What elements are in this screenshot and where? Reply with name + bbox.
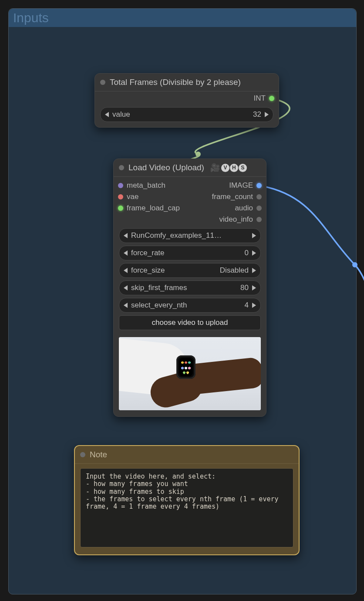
widget-value[interactable]: 80 bbox=[240, 284, 249, 292]
input-label: vae bbox=[127, 192, 138, 201]
chevron-left-icon[interactable] bbox=[124, 250, 128, 256]
port-pin-icon[interactable] bbox=[256, 206, 262, 211]
port-pin-icon[interactable] bbox=[269, 96, 274, 101]
input-label: frame_load_cap bbox=[127, 204, 180, 213]
widget-label: select_every_nth bbox=[131, 301, 187, 310]
node-graph-canvas[interactable]: Inputs Total Frames (Divisible by 2 plea… bbox=[0, 0, 364, 601]
output-label: INT bbox=[254, 94, 266, 103]
input-meta-batch[interactable]: meta_batch bbox=[118, 181, 180, 190]
widget-label: force_rate bbox=[131, 249, 165, 257]
output-label: video_info bbox=[219, 215, 253, 224]
port-pin-icon[interactable] bbox=[118, 194, 123, 199]
node-header[interactable]: Load Video (Upload) 🎥 V H S bbox=[114, 159, 266, 177]
chevron-right-icon[interactable] bbox=[252, 303, 256, 308]
int-value-stepper[interactable]: value 32 bbox=[100, 107, 273, 122]
choose-video-button[interactable]: choose video to upload bbox=[119, 315, 261, 330]
output-audio[interactable]: audio bbox=[235, 204, 262, 213]
group-title: Inputs bbox=[13, 10, 49, 25]
collapse-toggle-icon[interactable] bbox=[80, 452, 85, 457]
output-video-info[interactable]: video_info bbox=[219, 215, 262, 224]
widget-value[interactable]: 0 bbox=[245, 249, 249, 257]
node-header[interactable]: Note bbox=[75, 446, 299, 464]
port-pin-icon[interactable] bbox=[256, 183, 262, 188]
output-int[interactable]: INT bbox=[254, 94, 274, 103]
widget-label: value bbox=[112, 110, 130, 119]
widget-value[interactable]: Disabled bbox=[220, 266, 249, 275]
chevron-right-icon[interactable] bbox=[252, 285, 256, 290]
collapse-toggle-icon[interactable] bbox=[100, 80, 105, 85]
video-preview[interactable] bbox=[119, 337, 261, 410]
widget-value[interactable]: 32 bbox=[253, 110, 261, 119]
button-label: choose video to upload bbox=[152, 318, 228, 327]
output-image[interactable]: IMAGE bbox=[229, 181, 262, 190]
output-frame-count[interactable]: frame_count bbox=[212, 192, 262, 201]
chevron-right-icon[interactable] bbox=[252, 233, 256, 238]
chevron-left-icon[interactable] bbox=[124, 303, 128, 308]
port-pin-icon[interactable] bbox=[256, 194, 262, 199]
node-load-video[interactable]: Load Video (Upload) 🎥 V H S meta_batch v… bbox=[113, 159, 266, 417]
camera-icon: 🎥 bbox=[210, 163, 220, 172]
vhs-badge: 🎥 V H S bbox=[210, 163, 247, 172]
badge-h: H bbox=[230, 164, 238, 172]
node-title: Note bbox=[90, 450, 107, 459]
input-vae[interactable]: vae bbox=[118, 192, 180, 201]
node-note[interactable]: Note Input the video here, and select: -… bbox=[74, 445, 300, 555]
node-title: Load Video (Upload) bbox=[128, 163, 204, 172]
input-frame-load-cap[interactable]: frame_load_cap bbox=[118, 204, 180, 213]
chevron-left-icon[interactable] bbox=[124, 268, 128, 273]
badge-s: S bbox=[239, 164, 247, 172]
chevron-right-icon[interactable] bbox=[252, 268, 256, 273]
force-rate-stepper[interactable]: force_rate 0 bbox=[119, 246, 261, 260]
output-label: frame_count bbox=[212, 192, 253, 201]
force-size-selector[interactable]: force_size Disabled bbox=[119, 263, 261, 278]
port-pin-icon[interactable] bbox=[256, 217, 262, 222]
widget-label: skip_first_frames bbox=[131, 284, 187, 292]
select-every-nth-stepper[interactable]: select_every_nth 4 bbox=[119, 298, 261, 313]
group-title-bar[interactable]: Inputs bbox=[9, 9, 356, 27]
input-label: meta_batch bbox=[127, 181, 165, 190]
node-header[interactable]: Total Frames (Divisible by 2 please) bbox=[95, 74, 279, 91]
chevron-left-icon[interactable] bbox=[124, 233, 128, 238]
node-total-frames[interactable]: Total Frames (Divisible by 2 please) INT… bbox=[94, 73, 279, 128]
chevron-left-icon[interactable] bbox=[124, 285, 128, 290]
port-pin-icon[interactable] bbox=[118, 206, 123, 211]
skip-first-frames-stepper[interactable]: skip_first_frames 80 bbox=[119, 280, 261, 295]
collapse-toggle-icon[interactable] bbox=[119, 165, 124, 170]
chevron-right-icon[interactable] bbox=[252, 250, 256, 256]
chevron-left-icon[interactable] bbox=[105, 112, 109, 117]
port-pin-icon[interactable] bbox=[118, 183, 123, 188]
chevron-right-icon[interactable] bbox=[265, 112, 269, 117]
widget-label: force_size bbox=[131, 266, 165, 275]
output-label: IMAGE bbox=[229, 181, 253, 190]
preview-smartwatch-icon bbox=[176, 355, 195, 379]
badge-v: V bbox=[221, 164, 229, 172]
file-selector[interactable]: RunComfy_examples_1132_1.mp4 bbox=[119, 228, 261, 243]
note-text[interactable]: Input the video here, and select: - how … bbox=[80, 468, 293, 547]
file-name: RunComfy_examples_1132_1.mp4 bbox=[131, 231, 222, 240]
output-label: audio bbox=[235, 204, 253, 213]
node-title: Total Frames (Divisible by 2 please) bbox=[110, 78, 241, 87]
widget-value[interactable]: 4 bbox=[245, 301, 249, 310]
